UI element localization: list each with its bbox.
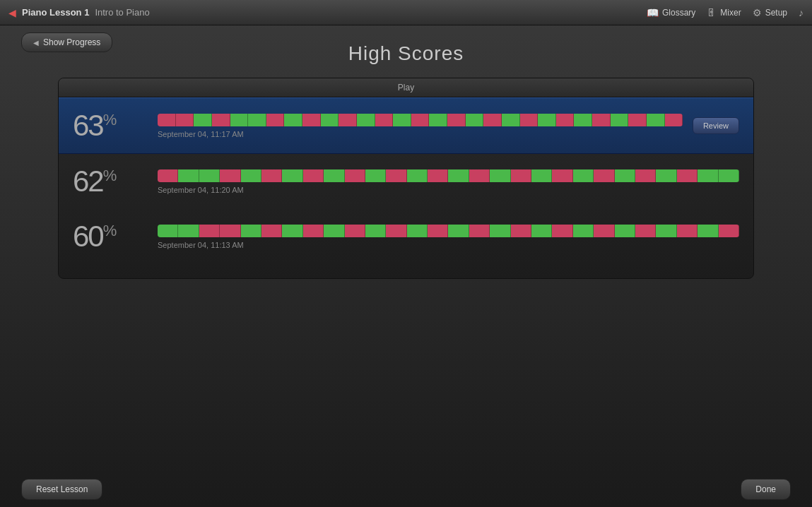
score-bar-section-3: September 04, 11:13 AM bbox=[158, 225, 739, 249]
mixer-label: Mixer bbox=[720, 8, 741, 18]
glossary-label: Glossary bbox=[662, 8, 695, 18]
score-row-2: 62% September 04, 11:20 AM bbox=[59, 154, 753, 209]
score-percent-2: 62% bbox=[73, 167, 151, 196]
score-date-2: September 04, 11:20 AM bbox=[158, 186, 739, 194]
reset-lesson-button[interactable]: Reset Lesson bbox=[21, 479, 102, 500]
score-percent-1: 63% bbox=[73, 111, 151, 141]
score-bar-section-2: September 04, 11:20 AM bbox=[158, 169, 739, 194]
review-button-1[interactable]: Review bbox=[693, 117, 739, 134]
back-arrow-icon[interactable]: ◀ bbox=[8, 7, 16, 18]
score-percent-3: 60% bbox=[73, 222, 151, 251]
done-button[interactable]: Done bbox=[741, 479, 791, 500]
music-icon: ♪ bbox=[799, 7, 804, 18]
score-bar-section-1: September 04, 11:17 AM bbox=[158, 114, 683, 138]
music-nav[interactable]: ♪ bbox=[799, 7, 804, 18]
setup-nav[interactable]: ⚙ Setup bbox=[753, 7, 787, 18]
page-title: High Scores bbox=[348, 42, 464, 65]
glossary-nav[interactable]: 📖 Glossary bbox=[647, 7, 695, 18]
setup-label: Setup bbox=[765, 8, 787, 18]
lesson-subtitle: Intro to Piano bbox=[95, 7, 149, 18]
progress-bar-2 bbox=[158, 169, 739, 182]
tab-header: Play bbox=[59, 78, 753, 97]
lesson-title: Piano Lesson 1 bbox=[22, 7, 89, 18]
title-bar-left: ◀ Piano Lesson 1 Intro to Piano bbox=[8, 7, 150, 18]
progress-bar-3 bbox=[158, 225, 739, 237]
title-bar-right: 📖 Glossary 🎚 Mixer ⚙ Setup ♪ bbox=[647, 7, 804, 18]
mixer-icon: 🎚 bbox=[707, 7, 717, 18]
score-row-3: 60% September 04, 11:13 AM bbox=[59, 209, 753, 264]
title-bar: ◀ Piano Lesson 1 Intro to Piano 📖 Glossa… bbox=[0, 0, 812, 25]
scores-container: Play 63% September 04, 11:17 AM Review 6… bbox=[58, 78, 754, 279]
mixer-nav[interactable]: 🎚 Mixer bbox=[707, 7, 741, 18]
glossary-icon: 📖 bbox=[647, 7, 659, 18]
score-row-1: 63% September 04, 11:17 AM Review bbox=[59, 97, 753, 154]
show-progress-button[interactable]: Show Progress bbox=[21, 32, 112, 52]
main-content: Show Progress High Scores Play 63% Septe… bbox=[0, 25, 812, 279]
bottom-bar: Reset Lesson Done bbox=[0, 472, 812, 507]
progress-bar-1 bbox=[158, 114, 683, 126]
score-date-3: September 04, 11:13 AM bbox=[158, 241, 739, 249]
setup-icon: ⚙ bbox=[753, 7, 762, 18]
score-date-1: September 04, 11:17 AM bbox=[158, 130, 683, 138]
